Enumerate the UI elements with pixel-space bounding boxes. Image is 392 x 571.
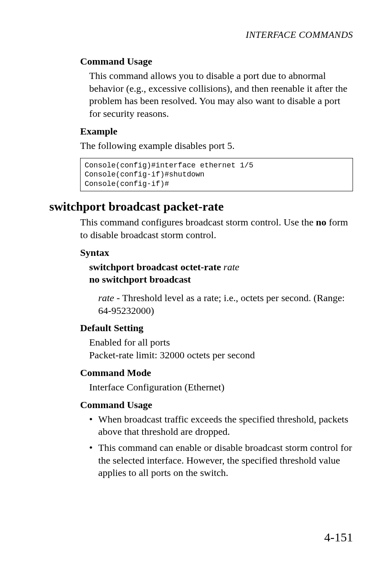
syntax2-bold: no switchport broadcast [89, 274, 191, 285]
command-usage-heading-1: Command Usage [80, 56, 353, 67]
running-head-text: INTERFACE COMMANDS [246, 30, 353, 40]
content-block: Command Usage This command allows you to… [80, 56, 353, 479]
command-usage-heading-2: Command Usage [80, 399, 353, 411]
param-text: - Threshold level as a rate; i.e., octet… [98, 292, 345, 316]
command-mode-heading: Command Mode [80, 367, 353, 378]
page: INTERFACE COMMANDS Command Usage This co… [0, 0, 392, 571]
example-intro: The following example disables port 5. [80, 139, 353, 152]
syntax-line-1: switchport broadcast octet-rate rate [89, 261, 353, 274]
section-intro: This command configures broadcast storm … [80, 216, 353, 241]
running-head: INTERFACE COMMANDS [49, 30, 353, 40]
syntax1-ital: rate [224, 262, 240, 272]
param-name: rate [98, 292, 114, 303]
example-heading: Example [80, 126, 353, 137]
syntax-block: switchport broadcast octet-rate rate no … [89, 261, 353, 286]
command-usage-text-1: This command allows you to disable a por… [89, 70, 353, 120]
param-block: rate - Threshold level as a rate; i.e., … [98, 292, 353, 317]
intro-part1: This command configures broadcast storm … [80, 217, 316, 227]
command-mode-text: Interface Configuration (Ethernet) [89, 381, 353, 394]
page-number: 4-151 [324, 530, 353, 544]
default-setting-heading: Default Setting [80, 323, 353, 334]
syntax1-bold: switchport broadcast octet-rate [89, 262, 221, 272]
default-line-1: Enabled for all ports [89, 336, 353, 349]
syntax-line-2: no switchport broadcast [89, 273, 353, 286]
default-line-2: Packet-rate limit: 32000 octets per seco… [89, 349, 353, 362]
intro-bold: no [316, 217, 326, 227]
code-example: Console(config)#interface ethernet 1/5 C… [80, 158, 353, 192]
list-item: When broadcast traffic exceeds the speci… [98, 413, 353, 438]
syntax-heading: Syntax [80, 247, 353, 258]
usage-bullets: When broadcast traffic exceeds the speci… [80, 413, 353, 480]
section-title: switchport broadcast packet-rate [49, 200, 353, 214]
list-item: This command can enable or disable broad… [98, 441, 353, 479]
